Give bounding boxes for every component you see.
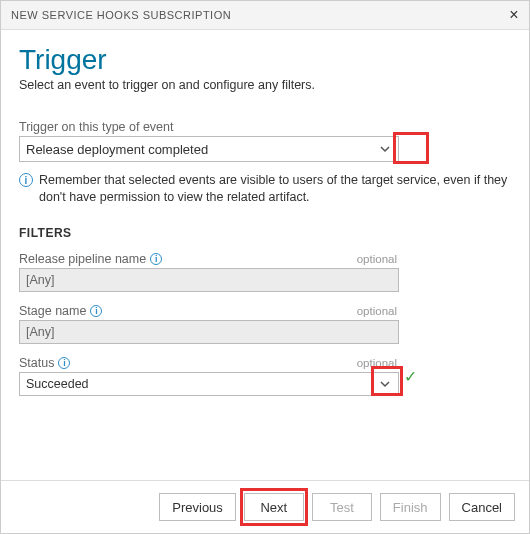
optional-label: optional	[357, 357, 399, 369]
dialog-titlebar: NEW SERVICE HOOKS SUBSCRIPTION ×	[1, 1, 529, 30]
event-type-label: Trigger on this type of event	[19, 120, 399, 134]
release-pipeline-value: [Any]	[26, 273, 55, 287]
dialog-content: Trigger Select an event to trigger on an…	[1, 30, 529, 480]
release-pipeline-select[interactable]: [Any]	[19, 268, 399, 292]
previous-button[interactable]: Previous	[159, 493, 236, 521]
info-note-text: Remember that selected events are visibl…	[39, 172, 511, 206]
status-select[interactable]: Succeeded	[19, 372, 399, 396]
dialog-footer: Previous Next Test Finish Cancel	[1, 480, 529, 533]
filters-section: Release pipeline name i optional [Any] S…	[19, 252, 511, 396]
release-pipeline-label: Release pipeline name	[19, 252, 146, 266]
chevron-down-icon	[372, 137, 398, 161]
info-icon: i	[19, 173, 33, 187]
stage-name-value: [Any]	[26, 325, 55, 339]
optional-label: optional	[357, 305, 399, 317]
info-icon[interactable]: i	[90, 305, 102, 317]
next-button[interactable]: Next	[244, 493, 304, 521]
optional-label: optional	[357, 253, 399, 265]
info-icon[interactable]: i	[150, 253, 162, 265]
event-type-value: Release deployment completed	[26, 142, 208, 157]
checkmark-icon: ✓	[404, 366, 417, 385]
stage-name-select[interactable]: [Any]	[19, 320, 399, 344]
chevron-down-icon	[372, 373, 398, 395]
status-label: Status	[19, 356, 54, 370]
close-icon[interactable]: ×	[509, 7, 519, 23]
stage-name-field: Stage name i optional [Any]	[19, 304, 399, 344]
status-field: Status i optional Succeeded ✓	[19, 356, 399, 396]
release-pipeline-field: Release pipeline name i optional [Any]	[19, 252, 399, 292]
page-title: Trigger	[19, 44, 511, 76]
cancel-button[interactable]: Cancel	[449, 493, 515, 521]
info-icon[interactable]: i	[58, 357, 70, 369]
filters-heading: FILTERS	[19, 226, 511, 240]
status-value: Succeeded	[26, 377, 89, 391]
dialog-title: NEW SERVICE HOOKS SUBSCRIPTION	[11, 9, 231, 21]
event-type-select[interactable]: Release deployment completed	[19, 136, 399, 162]
page-subtitle: Select an event to trigger on and config…	[19, 78, 511, 92]
event-type-field: Trigger on this type of event Release de…	[19, 120, 399, 162]
finish-button: Finish	[380, 493, 441, 521]
info-note: i Remember that selected events are visi…	[19, 172, 511, 206]
stage-name-label: Stage name	[19, 304, 86, 318]
test-button: Test	[312, 493, 372, 521]
